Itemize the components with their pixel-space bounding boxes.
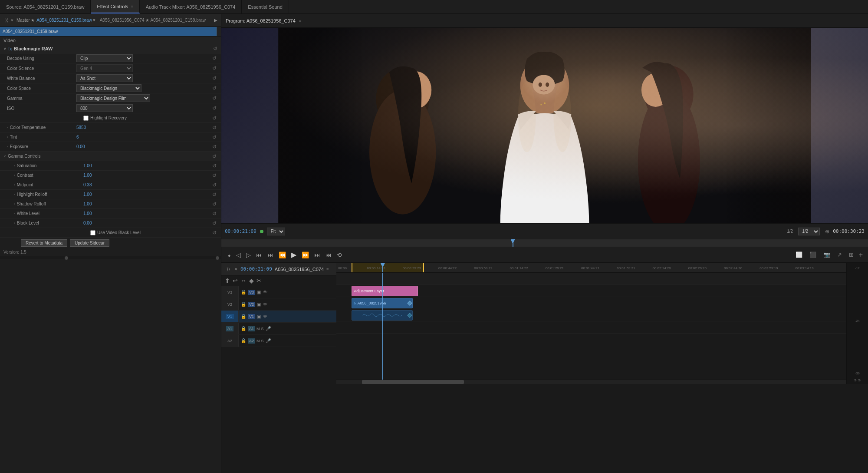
master-arrow-icon[interactable]: ▶ bbox=[214, 18, 217, 23]
timeline-v1-track[interactable]: fx A056_08251956 bbox=[336, 297, 846, 309]
track-v1-settings-icon[interactable]: ▣ bbox=[256, 314, 261, 319]
gamma-controls-expand-icon[interactable]: ∨ bbox=[3, 154, 6, 158]
h-scrollbar-thumb[interactable] bbox=[362, 380, 464, 384]
track-a2-mic-icon[interactable]: 🎤 bbox=[265, 338, 271, 344]
white-level-expand-icon[interactable]: › bbox=[14, 212, 15, 215]
highlight-recovery-reset-icon[interactable]: ↺ bbox=[211, 115, 217, 121]
decode-using-reset-icon[interactable]: ↺ bbox=[211, 55, 217, 61]
color-science-select[interactable]: Gen 4 bbox=[76, 64, 133, 72]
add-panel-button[interactable]: + bbox=[859, 251, 863, 259]
h-scrollbar[interactable] bbox=[336, 380, 846, 384]
color-space-select[interactable]: Blackmagic Design bbox=[76, 84, 141, 92]
clip-list-scrollbar[interactable] bbox=[217, 27, 221, 36]
fx-reset-icon[interactable]: ↺ bbox=[213, 46, 217, 52]
black-level-reset-icon[interactable]: ↺ bbox=[211, 220, 217, 226]
timeline-v2-track[interactable]: Adjustment Layer bbox=[336, 285, 846, 297]
master-dropdown-icon[interactable]: ▾ bbox=[93, 17, 95, 23]
track-a2-lock-icon[interactable]: 🔓 bbox=[240, 338, 247, 344]
track-v1-eye-icon[interactable]: 👁 bbox=[263, 314, 268, 319]
white-balance-reset-icon[interactable]: ↺ bbox=[211, 75, 217, 81]
track-select-tool[interactable]: ⬆ bbox=[225, 277, 230, 284]
timeline-a2-track[interactable] bbox=[336, 321, 846, 334]
ripple-tool[interactable]: ↩ bbox=[233, 277, 238, 284]
mark-out-button[interactable]: ◁ bbox=[235, 251, 242, 259]
clip-list-item[interactable]: A054_08251201_C159.braw bbox=[0, 27, 217, 36]
effect-scroll-area[interactable]: Video ∨ fx Blackmagic RAW ↺ Decode Using… bbox=[0, 36, 221, 473]
track-v2-lock-icon[interactable]: 🔓 bbox=[240, 301, 247, 307]
tab-audio-mixer[interactable]: Audio Track Mixer: A056_08251956_C074 bbox=[140, 0, 242, 13]
zoom-icon[interactable]: ⊕ bbox=[825, 228, 829, 235]
midpoint-reset-icon[interactable]: ↺ bbox=[211, 182, 217, 188]
page-dropdown[interactable]: 1/2 bbox=[798, 228, 820, 235]
highlight-rolloff-expand-icon[interactable]: › bbox=[14, 192, 15, 196]
go-to-in-button[interactable]: ⏮ bbox=[255, 251, 263, 259]
track-v2-settings-icon[interactable]: ▣ bbox=[256, 301, 261, 307]
track-v3-settings-icon[interactable]: ▣ bbox=[256, 289, 261, 295]
iso-select[interactable]: 800 bbox=[76, 104, 133, 112]
white-level-reset-icon[interactable]: ↺ bbox=[211, 211, 217, 217]
program-scrubber[interactable] bbox=[221, 239, 868, 247]
saturation-expand-icon[interactable]: › bbox=[14, 164, 15, 168]
tab-source[interactable]: Source: A054_08251201_C159.braw bbox=[0, 0, 91, 13]
timeline-a1-track[interactable] bbox=[336, 309, 846, 321]
black-level-expand-icon[interactable]: › bbox=[14, 221, 15, 225]
go-to-out-button[interactable]: ⏮ bbox=[325, 251, 332, 259]
timeline-ruler[interactable]: 00:00 00:00:14:23 00:00:29:23 00:00:44:2… bbox=[336, 263, 846, 273]
saturation-reset-icon[interactable]: ↺ bbox=[211, 163, 217, 169]
track-v2-eye-icon[interactable]: 👁 bbox=[263, 301, 268, 307]
exposure-expand-icon[interactable]: › bbox=[7, 145, 8, 149]
timeline-collapse-icon[interactable]: ⟩⟩ bbox=[225, 267, 232, 271]
timeline-v3-track[interactable] bbox=[336, 273, 846, 285]
gamma-reset-icon[interactable]: ↺ bbox=[211, 95, 217, 101]
step-forward-button[interactable]: ⏭ bbox=[313, 251, 321, 259]
lift-button[interactable]: 📷 bbox=[822, 251, 832, 259]
color-temp-expand-icon[interactable]: › bbox=[7, 126, 8, 129]
iso-reset-icon[interactable]: ↺ bbox=[211, 105, 217, 111]
color-temp-reset-icon[interactable]: ↺ bbox=[211, 125, 217, 131]
pen-tool[interactable]: ◆ bbox=[249, 277, 254, 284]
gamma-select[interactable]: Blackmagic Design Film bbox=[76, 94, 150, 102]
use-video-black-checkbox[interactable] bbox=[90, 230, 95, 235]
track-v1-lock-icon[interactable]: 🔓 bbox=[240, 314, 247, 319]
track-a1-lock-icon[interactable]: 🔓 bbox=[240, 326, 247, 331]
gamma-controls-reset-icon[interactable]: ↺ bbox=[211, 153, 217, 159]
tint-reset-icon[interactable]: ↺ bbox=[211, 134, 217, 140]
tab-effect-controls[interactable]: Effect Controls ≡ bbox=[91, 0, 139, 13]
use-video-black-reset-icon[interactable]: ↺ bbox=[211, 230, 217, 236]
revert-to-metadata-button[interactable]: Revert to Metadata bbox=[21, 239, 67, 247]
play-button[interactable]: ▶ bbox=[290, 250, 297, 260]
master-clip1[interactable]: A054_08251201_C159.braw bbox=[36, 18, 92, 23]
program-menu-icon[interactable]: ≡ bbox=[299, 19, 301, 23]
highlight-rolloff-reset-icon[interactable]: ↺ bbox=[211, 192, 217, 198]
add-marker-button[interactable]: ▷ bbox=[245, 251, 252, 259]
timeline-menu-icon[interactable]: ≡ bbox=[326, 267, 329, 271]
track-a1-mic-icon[interactable]: 🎤 bbox=[265, 326, 271, 331]
track-v3-lock-icon[interactable]: 🔓 bbox=[240, 289, 247, 295]
white-balance-select[interactable]: As Shot bbox=[76, 74, 133, 82]
color-space-reset-icon[interactable]: ↺ bbox=[211, 85, 217, 91]
extract-button[interactable]: ↗ bbox=[835, 251, 844, 259]
midpoint-expand-icon[interactable]: › bbox=[14, 183, 15, 187]
adjustment-layer-clip[interactable]: Adjustment Layer bbox=[352, 286, 418, 296]
shadow-rolloff-expand-icon[interactable]: › bbox=[14, 202, 15, 206]
contrast-expand-icon[interactable]: › bbox=[14, 173, 15, 177]
fit-select[interactable]: Fit bbox=[267, 228, 285, 235]
timeline-close-icon[interactable]: ✕ bbox=[234, 267, 238, 271]
fast-forward-button[interactable]: ⏩ bbox=[301, 251, 310, 259]
rewind-button[interactable]: ⏪ bbox=[278, 251, 287, 259]
track-v3-eye-icon[interactable]: 👁 bbox=[263, 289, 268, 295]
update-sidecar-button[interactable]: Update Sidecar bbox=[70, 239, 109, 247]
tab-essential-sound[interactable]: Essential Sound bbox=[242, 0, 289, 13]
mark-in-button[interactable]: ⬥ bbox=[227, 251, 232, 259]
export-button[interactable]: ⊞ bbox=[847, 251, 855, 259]
overwrite-button[interactable]: ⬛ bbox=[808, 251, 818, 259]
color-science-reset-icon[interactable]: ↺ bbox=[211, 65, 217, 71]
contrast-reset-icon[interactable]: ↺ bbox=[211, 172, 217, 179]
tint-expand-icon[interactable]: › bbox=[7, 135, 8, 139]
track-move-tool[interactable]: ↔ bbox=[240, 277, 247, 284]
insert-button[interactable]: ⬜ bbox=[794, 251, 804, 259]
loop-button[interactable]: ⟲ bbox=[336, 251, 343, 259]
collapse-left-icon[interactable]: ⟩⟩ bbox=[3, 18, 10, 23]
shadow-rolloff-reset-icon[interactable]: ↺ bbox=[211, 201, 217, 207]
decode-using-select[interactable]: Clip bbox=[76, 54, 133, 62]
